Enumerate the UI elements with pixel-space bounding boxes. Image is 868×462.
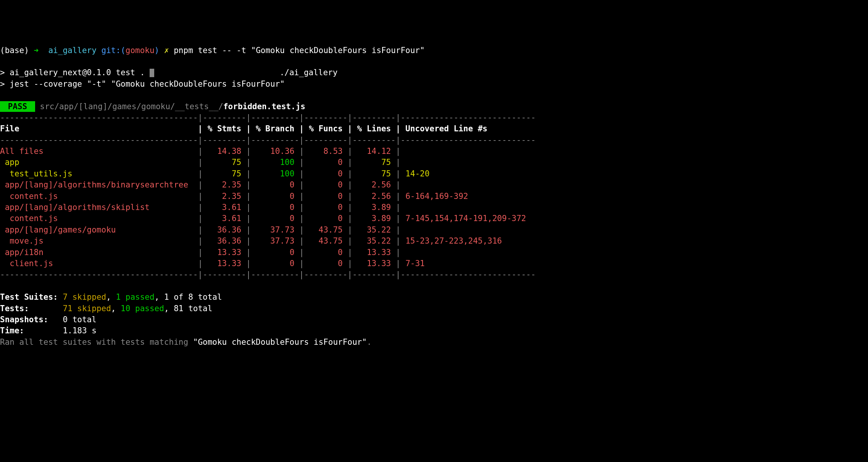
coverage-lines: 2.56: [352, 180, 396, 189]
coverage-lines: 3.89: [352, 214, 396, 223]
coverage-file: app/[lang]/algorithms/skiplist: [0, 203, 198, 212]
coverage-file: test_utils.js: [0, 169, 198, 178]
shell-command: pnpm test -- -t "Gomoku checkDoubleFours…: [174, 46, 424, 55]
coverage-lines: 75: [352, 169, 396, 178]
coverage-uncovered: 7-145,154,174-191,209-372: [400, 214, 526, 223]
coverage-branch: 100: [251, 169, 299, 178]
coverage-lines: 13.33: [352, 259, 396, 268]
coverage-uncovered: [400, 248, 405, 257]
cwd: ai_gallery: [48, 46, 101, 55]
table-header: File | % Stmts | % Branch | % Funcs | % …: [0, 123, 868, 134]
coverage-stmts: 14.38: [203, 147, 246, 156]
jest-cmd-line: > jest --coverage "-t" "Gomoku checkDoub…: [0, 79, 868, 90]
coverage-stmts: 2.35: [203, 192, 246, 201]
table-row: client.js | 13.33 | 0 | 0 | 13.33 | 7-31: [0, 258, 868, 269]
coverage-branch: 0: [251, 214, 299, 223]
table-row: app/[lang]/games/gomoku | 36.36 | 37.73 …: [0, 225, 868, 236]
coverage-branch: 0: [251, 180, 299, 189]
coverage-branch: 0: [251, 203, 299, 212]
summary-label: Tests:: [0, 304, 63, 313]
coverage-funcs: 0: [304, 158, 348, 167]
coverage-stmts: 75: [203, 169, 246, 178]
tests-skipped: 71 skipped: [63, 304, 111, 313]
prompt-arrow-icon: ➜: [34, 46, 48, 55]
coverage-uncovered: 14-20: [400, 169, 429, 178]
coverage-funcs: 8.53: [304, 147, 348, 156]
coverage-file: app/i18n: [0, 248, 198, 257]
coverage-stmts: 13.33: [203, 248, 246, 257]
coverage-file: app/[lang]/games/gomoku: [0, 225, 198, 234]
table-border: ----------------------------------------…: [0, 135, 868, 146]
coverage-branch: 100: [251, 158, 299, 167]
coverage-file: app/[lang]/algorithms/binarysearchtree: [0, 180, 198, 189]
pkg-path: ./ai_gallery: [154, 68, 337, 77]
table-row: app/[lang]/algorithms/binarysearchtree |…: [0, 179, 868, 191]
coverage-funcs: 0: [304, 248, 348, 257]
coverage-funcs: 0: [304, 192, 348, 201]
terminal-output[interactable]: (base) ➜ ai_gallery git:(gomoku) ✗ pnpm …: [0, 45, 868, 348]
test-file-result: PASS src/app/[lang]/games/gomoku/__tests…: [0, 101, 868, 112]
coverage-file: All files: [0, 147, 198, 156]
table-row: All files | 14.38 | 10.36 | 8.53 | 14.12…: [0, 146, 868, 157]
coverage-uncovered: [400, 180, 405, 189]
summary-label: Test Suites:: [0, 292, 63, 302]
suites-total: 1 of 8 total: [164, 292, 222, 302]
coverage-stmts: 36.36: [203, 225, 246, 234]
conda-env: (base): [0, 46, 34, 55]
coverage-lines: 35.22: [352, 225, 396, 234]
coverage-uncovered: [400, 158, 405, 167]
coverage-stmts: 3.61: [203, 214, 246, 223]
coverage-funcs: 0: [304, 259, 348, 268]
coverage-lines: 35.22: [352, 236, 396, 246]
snapshots-value: 0 total: [63, 315, 97, 324]
coverage-funcs: 43.75: [304, 225, 348, 234]
summary-line: Snapshots: 0 total: [0, 314, 868, 325]
git-branch: gomoku: [126, 46, 155, 55]
coverage-lines: 75: [352, 158, 396, 167]
pkg-script: > ai_gallery_next@0.1.0 test .: [0, 68, 145, 77]
git-dirty-icon: ✗: [164, 46, 174, 55]
time-value: 1.183 s: [63, 326, 97, 335]
coverage-stmts: 3.61: [203, 203, 246, 212]
table-border: ----------------------------------------…: [0, 112, 868, 123]
test-path-dir: src/app/[lang]/games/gomoku/__tests__/: [40, 102, 223, 111]
summary-label: Snapshots:: [0, 315, 63, 324]
coverage-uncovered: [400, 225, 405, 234]
pass-badge: PASS: [0, 101, 35, 112]
table-row: app | 75 | 100 | 0 | 75 |: [0, 157, 868, 168]
coverage-branch: 0: [251, 192, 299, 201]
coverage-stmts: 13.33: [203, 259, 246, 268]
coverage-file: content.js: [0, 192, 198, 201]
coverage-uncovered: 15-23,27-223,245,316: [400, 236, 502, 246]
table-row: app/[lang]/algorithms/skiplist | 3.61 | …: [0, 202, 868, 213]
coverage-stmts: 36.36: [203, 236, 246, 246]
coverage-file: content.js: [0, 214, 198, 223]
coverage-funcs: 0: [304, 214, 348, 223]
coverage-branch: 0: [251, 248, 299, 257]
coverage-uncovered: 7-31: [400, 259, 424, 268]
summary-label: Time:: [0, 326, 63, 335]
coverage-lines: 3.89: [352, 203, 396, 212]
coverage-file: app: [0, 158, 198, 167]
shell-prompt: (base) ➜ ai_gallery git:(gomoku) ✗ pnpm …: [0, 45, 868, 56]
table-row: move.js | 36.36 | 37.73 | 43.75 | 35.22 …: [0, 236, 868, 247]
coverage-branch: 37.73: [251, 236, 299, 246]
coverage-funcs: 43.75: [304, 236, 348, 246]
coverage-stmts: 2.35: [203, 180, 246, 189]
cursor-block: [150, 69, 154, 77]
table-border: ----------------------------------------…: [0, 269, 868, 280]
coverage-uncovered: [400, 203, 405, 212]
coverage-lines: 2.56: [352, 192, 396, 201]
coverage-funcs: 0: [304, 203, 348, 212]
coverage-lines: 14.12: [352, 147, 396, 156]
coverage-funcs: 0: [304, 169, 348, 178]
coverage-file: move.js: [0, 236, 198, 246]
suites-skipped: 7 skipped: [63, 292, 106, 302]
coverage-branch: 37.73: [251, 225, 299, 234]
coverage-branch: 10.36: [251, 147, 299, 156]
summary-line: Test Suites: 7 skipped, 1 passed, 1 of 8…: [0, 292, 868, 303]
table-row: app/i18n | 13.33 | 0 | 0 | 13.33 |: [0, 247, 868, 258]
test-path-file: forbidden.test.js: [223, 102, 305, 111]
git-label: git:(: [102, 46, 126, 55]
summary-line: Tests: 71 skipped, 10 passed, 81 total: [0, 303, 868, 314]
